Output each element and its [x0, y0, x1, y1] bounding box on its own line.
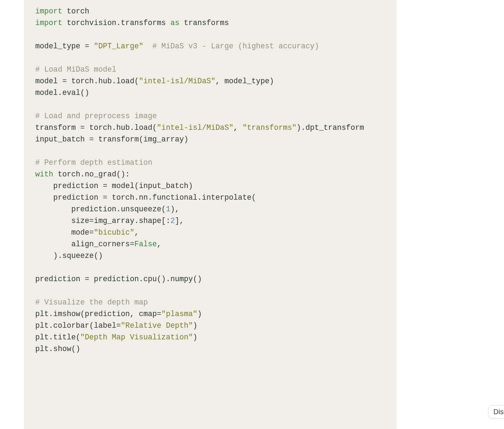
code-token: transform = torch.hub.load( — [35, 123, 157, 132]
code-token: "transforms" — [242, 123, 296, 132]
code-token: transforms — [179, 19, 229, 27]
code-token: ], — [175, 217, 184, 225]
dismiss-button[interactable]: Dis — [488, 405, 504, 418]
code-block: import torch import torchvision.transfor… — [24, 0, 397, 429]
code-token: , model_type) — [215, 77, 274, 85]
code-token: model_type = — [35, 42, 94, 50]
code-token: size=img_array.shape[: — [35, 217, 170, 225]
code-token: ) — [197, 310, 202, 318]
code-token: # Perform depth estimation — [35, 158, 152, 167]
code-token: ) — [193, 333, 197, 342]
code-token: as — [170, 19, 179, 27]
code-token: prediction = model(input_batch) — [35, 182, 193, 190]
code-token: ) — [193, 321, 197, 330]
code-token: torch.no_grad(): — [53, 170, 130, 179]
code-token: # MiDaS v3 - Large (highest accuracy) — [143, 42, 319, 50]
code-token: "intel-isl/MiDaS" — [157, 123, 233, 132]
code-token: import — [35, 19, 62, 27]
code-token: ).squeeze() — [35, 252, 103, 260]
code-token: , — [157, 240, 161, 248]
code-token: , — [233, 123, 242, 132]
code-token: "plasma" — [161, 310, 197, 318]
code-token: # Visualize the depth map — [35, 298, 148, 307]
code-token: plt.imshow(prediction, cmap= — [35, 310, 161, 318]
code-token: model = torch.hub.load( — [35, 77, 139, 85]
code-token: plt.show() — [35, 345, 80, 353]
code-token: "intel-isl/MiDaS" — [139, 77, 215, 85]
code-token: import — [35, 7, 62, 16]
code-token: plt.colorbar(label= — [35, 321, 121, 330]
code-token: align_corners= — [35, 240, 134, 248]
code-token: 2 — [170, 217, 175, 225]
code-token: , — [134, 228, 139, 237]
code-token: "bicubic" — [94, 228, 134, 237]
code-token: ), — [170, 205, 179, 213]
code-token: prediction = torch.nn.functional.interpo… — [35, 193, 256, 202]
code-token: "Relative Depth" — [121, 321, 193, 330]
code-token: with — [35, 170, 53, 179]
code-token: # Load MiDaS model — [35, 65, 116, 74]
code-token: plt.title( — [35, 333, 80, 342]
code-content: import torch import torchvision.transfor… — [35, 6, 385, 355]
page: import torch import torchvision.transfor… — [0, 0, 504, 429]
code-token: prediction.unsqueeze( — [35, 205, 166, 213]
code-token: prediction = prediction.cpu().numpy() — [35, 275, 202, 283]
dismiss-button-label: Dis — [493, 408, 504, 416]
code-token: ).dpt_transform — [296, 123, 364, 132]
code-token: mode= — [35, 228, 94, 237]
code-token: torchvision.transforms — [62, 19, 171, 27]
code-token: False — [134, 240, 157, 248]
code-token: torch — [62, 7, 90, 16]
code-token: 1 — [166, 205, 171, 213]
code-token: # Load and preprocess image — [35, 112, 157, 120]
code-token: input_batch = transform(img_array) — [35, 135, 189, 144]
code-token: model.eval() — [35, 89, 89, 97]
code-token: "DPT_Large" — [94, 42, 143, 50]
code-token: "Depth Map Visualization" — [80, 333, 193, 342]
